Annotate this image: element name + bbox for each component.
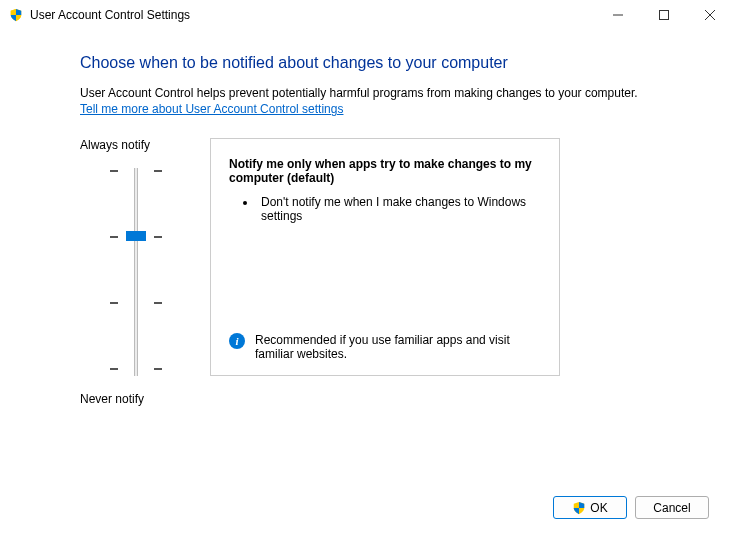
page-description: User Account Control helps prevent poten… (80, 86, 693, 100)
ok-label: OK (590, 501, 607, 515)
slider-label-always: Always notify (80, 138, 150, 152)
slider-thumb[interactable] (126, 231, 146, 241)
slider-track (134, 168, 138, 376)
uac-shield-icon (8, 7, 24, 23)
cancel-button[interactable]: Cancel (635, 496, 709, 519)
slider-label-never: Never notify (80, 392, 144, 406)
content-area: Choose when to be notified about changes… (0, 30, 733, 406)
ok-button[interactable]: OK (553, 496, 627, 519)
level-recommendation: i Recommended if you use familiar apps a… (229, 333, 541, 361)
titlebar: User Account Control Settings (0, 0, 733, 30)
recommendation-text: Recommended if you use familiar apps and… (255, 333, 541, 361)
level-bullets: Don't notify me when I make changes to W… (229, 195, 541, 325)
slider-tick (110, 170, 162, 171)
level-title: Notify me only when apps try to make cha… (229, 157, 541, 185)
slider-area: Always notify Never notify Notify me onl… (80, 138, 693, 406)
close-button[interactable] (687, 0, 733, 30)
slider-tick (110, 368, 162, 369)
cancel-label: Cancel (653, 501, 690, 515)
level-description-panel: Notify me only when apps try to make cha… (210, 138, 560, 376)
info-icon: i (229, 333, 245, 349)
window-controls (595, 0, 733, 30)
uac-shield-icon (572, 501, 586, 515)
learn-more-link[interactable]: Tell me more about User Account Control … (80, 102, 343, 116)
svg-rect-1 (660, 11, 669, 20)
level-bullet: Don't notify me when I make changes to W… (257, 195, 541, 223)
window-title: User Account Control Settings (30, 8, 595, 22)
maximize-button[interactable] (641, 0, 687, 30)
slider-column: Always notify Never notify (80, 138, 210, 406)
slider-tick (110, 302, 162, 303)
minimize-button[interactable] (595, 0, 641, 30)
notification-slider[interactable] (106, 162, 166, 382)
page-heading: Choose when to be notified about changes… (80, 54, 693, 72)
button-bar: OK Cancel (553, 496, 709, 519)
